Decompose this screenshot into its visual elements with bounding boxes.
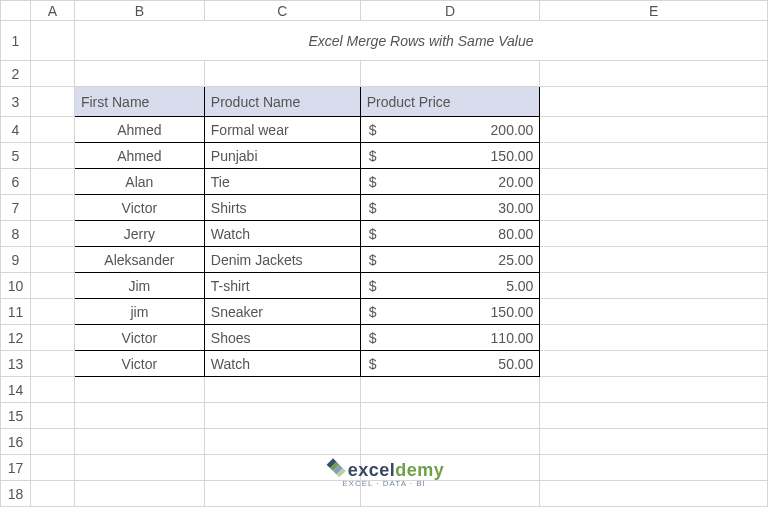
cell-D2[interactable] — [360, 61, 540, 87]
cell-product-price[interactable]: $150.00 — [360, 299, 540, 325]
cell-D14[interactable] — [360, 377, 540, 403]
cell-first-name[interactable]: Alan — [74, 169, 204, 195]
cell-A15[interactable] — [30, 403, 74, 429]
cell-A12[interactable] — [30, 325, 74, 351]
row-header-10[interactable]: 10 — [1, 273, 31, 299]
cell-A8[interactable] — [30, 221, 74, 247]
cell-E17[interactable] — [540, 455, 768, 481]
row-header-16[interactable]: 16 — [1, 429, 31, 455]
spreadsheet-grid[interactable]: A B C D E 1 Excel Merge Rows with Same V… — [0, 0, 768, 507]
cell-B14[interactable] — [74, 377, 204, 403]
row-header-18[interactable]: 18 — [1, 481, 31, 507]
cell-first-name[interactable]: Victor — [74, 195, 204, 221]
cell-A2[interactable] — [30, 61, 74, 87]
cell-A17[interactable] — [30, 455, 74, 481]
col-header-E[interactable]: E — [540, 1, 768, 21]
cell-D17[interactable] — [360, 455, 540, 481]
title-cell[interactable]: Excel Merge Rows with Same Value — [74, 21, 767, 61]
cell-A18[interactable] — [30, 481, 74, 507]
cell-first-name[interactable]: Ahmed — [74, 117, 204, 143]
cell-product-name[interactable]: Sneaker — [204, 299, 360, 325]
cell-product-price[interactable]: $150.00 — [360, 143, 540, 169]
cell-A14[interactable] — [30, 377, 74, 403]
cell-first-name[interactable]: Victor — [74, 351, 204, 377]
cell-B16[interactable] — [74, 429, 204, 455]
cell-A16[interactable] — [30, 429, 74, 455]
cell-A11[interactable] — [30, 299, 74, 325]
cell-E7[interactable] — [540, 195, 768, 221]
header-product-price[interactable]: Product Price — [360, 87, 540, 117]
cell-E16[interactable] — [540, 429, 768, 455]
cell-product-name[interactable]: T-shirt — [204, 273, 360, 299]
row-header-3[interactable]: 3 — [1, 87, 31, 117]
cell-A1[interactable] — [30, 21, 74, 61]
row-header-17[interactable]: 17 — [1, 455, 31, 481]
cell-product-price[interactable]: $200.00 — [360, 117, 540, 143]
cell-E6[interactable] — [540, 169, 768, 195]
cell-product-price[interactable]: $20.00 — [360, 169, 540, 195]
cell-product-price[interactable]: $110.00 — [360, 325, 540, 351]
cell-A13[interactable] — [30, 351, 74, 377]
cell-A9[interactable] — [30, 247, 74, 273]
cell-product-name[interactable]: Punjabi — [204, 143, 360, 169]
row-header-8[interactable]: 8 — [1, 221, 31, 247]
row-header-11[interactable]: 11 — [1, 299, 31, 325]
cell-E15[interactable] — [540, 403, 768, 429]
cell-E12[interactable] — [540, 325, 768, 351]
cell-product-price[interactable]: $30.00 — [360, 195, 540, 221]
col-header-A[interactable]: A — [30, 1, 74, 21]
cell-B2[interactable] — [74, 61, 204, 87]
cell-C15[interactable] — [204, 403, 360, 429]
cell-D18[interactable] — [360, 481, 540, 507]
cell-first-name[interactable]: Aleksander — [74, 247, 204, 273]
row-header-1[interactable]: 1 — [1, 21, 31, 61]
cell-product-price[interactable]: $25.00 — [360, 247, 540, 273]
cell-D16[interactable] — [360, 429, 540, 455]
cell-product-name[interactable]: Denim Jackets — [204, 247, 360, 273]
cell-A6[interactable] — [30, 169, 74, 195]
col-header-B[interactable]: B — [74, 1, 204, 21]
cell-C2[interactable] — [204, 61, 360, 87]
cell-D15[interactable] — [360, 403, 540, 429]
cell-first-name[interactable]: Ahmed — [74, 143, 204, 169]
col-header-C[interactable]: C — [204, 1, 360, 21]
cell-A3[interactable] — [30, 87, 74, 117]
row-header-5[interactable]: 5 — [1, 143, 31, 169]
cell-E2[interactable] — [540, 61, 768, 87]
cell-E14[interactable] — [540, 377, 768, 403]
cell-E3[interactable] — [540, 87, 768, 117]
cell-product-name[interactable]: Tie — [204, 169, 360, 195]
cell-product-name[interactable]: Shirts — [204, 195, 360, 221]
cell-product-name[interactable]: Watch — [204, 221, 360, 247]
row-header-2[interactable]: 2 — [1, 61, 31, 87]
cell-first-name[interactable]: Jerry — [74, 221, 204, 247]
row-header-6[interactable]: 6 — [1, 169, 31, 195]
cell-C18[interactable] — [204, 481, 360, 507]
cell-C17[interactable] — [204, 455, 360, 481]
cell-E18[interactable] — [540, 481, 768, 507]
cell-E9[interactable] — [540, 247, 768, 273]
cell-A10[interactable] — [30, 273, 74, 299]
cell-product-price[interactable]: $50.00 — [360, 351, 540, 377]
cell-product-price[interactable]: $5.00 — [360, 273, 540, 299]
col-header-D[interactable]: D — [360, 1, 540, 21]
cell-first-name[interactable]: Victor — [74, 325, 204, 351]
cell-E4[interactable] — [540, 117, 768, 143]
cell-first-name[interactable]: jim — [74, 299, 204, 325]
cell-E11[interactable] — [540, 299, 768, 325]
cell-E10[interactable] — [540, 273, 768, 299]
cell-C14[interactable] — [204, 377, 360, 403]
cell-product-price[interactable]: $80.00 — [360, 221, 540, 247]
cell-A7[interactable] — [30, 195, 74, 221]
cell-product-name[interactable]: Watch — [204, 351, 360, 377]
cell-B18[interactable] — [74, 481, 204, 507]
header-product-name[interactable]: Product Name — [204, 87, 360, 117]
cell-E5[interactable] — [540, 143, 768, 169]
cell-C16[interactable] — [204, 429, 360, 455]
row-header-13[interactable]: 13 — [1, 351, 31, 377]
row-header-15[interactable]: 15 — [1, 403, 31, 429]
row-header-14[interactable]: 14 — [1, 377, 31, 403]
cell-E8[interactable] — [540, 221, 768, 247]
cell-product-name[interactable]: Formal wear — [204, 117, 360, 143]
cell-B15[interactable] — [74, 403, 204, 429]
